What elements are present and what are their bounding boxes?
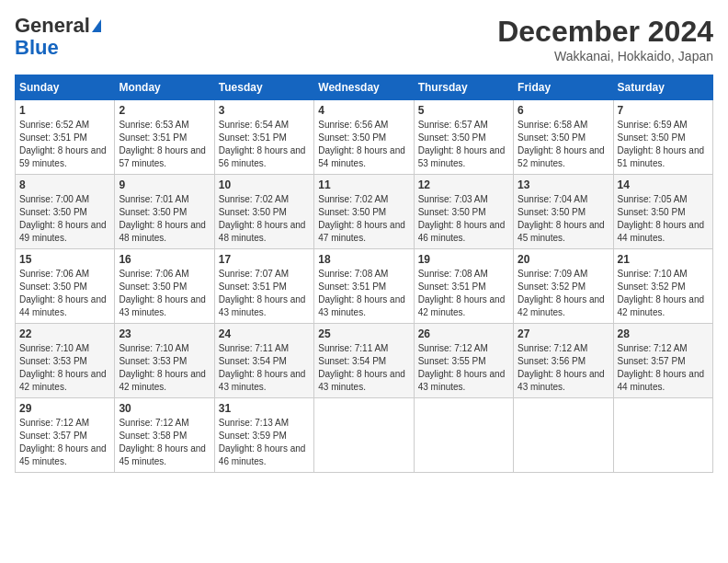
day-info: Sunrise: 6:53 AM Sunset: 3:51 PM Dayligh…	[119, 119, 210, 170]
daylight-label: Daylight: 8 hours and 42 minutes.	[418, 294, 506, 317]
sunset-label: Sunset: 3:50 PM	[618, 207, 686, 217]
sunset-label: Sunset: 3:54 PM	[318, 356, 386, 366]
day-info: Sunrise: 7:05 AM Sunset: 3:50 PM Dayligh…	[618, 193, 709, 245]
sunrise-label: Sunrise: 6:53 AM	[119, 120, 188, 130]
sunrise-label: Sunrise: 6:59 AM	[618, 120, 688, 130]
day-number: 22	[19, 327, 110, 340]
daylight-label: Daylight: 8 hours and 51 minutes.	[618, 145, 705, 168]
sunset-label: Sunset: 3:57 PM	[19, 431, 87, 441]
calendar-cell: 27 Sunrise: 7:12 AM Sunset: 3:56 PM Dayl…	[514, 324, 613, 398]
calendar-cell	[613, 398, 712, 473]
day-info: Sunrise: 7:12 AM Sunset: 3:55 PM Dayligh…	[418, 342, 509, 394]
sunset-label: Sunset: 3:51 PM	[418, 282, 486, 292]
day-info: Sunrise: 7:11 AM Sunset: 3:54 PM Dayligh…	[318, 342, 409, 394]
day-number: 2	[119, 104, 210, 117]
sunrise-label: Sunrise: 6:58 AM	[518, 120, 587, 130]
sunset-label: Sunset: 3:51 PM	[219, 282, 287, 292]
day-info: Sunrise: 6:58 AM Sunset: 3:50 PM Dayligh…	[518, 119, 609, 170]
sunset-label: Sunset: 3:50 PM	[418, 132, 486, 143]
daylight-label: Daylight: 8 hours and 43 minutes.	[219, 294, 306, 317]
daylight-label: Daylight: 8 hours and 48 minutes.	[119, 220, 206, 243]
calendar-cell: 25 Sunrise: 7:11 AM Sunset: 3:54 PM Dayl…	[314, 324, 414, 398]
sunrise-label: Sunrise: 7:12 AM	[518, 343, 587, 353]
daylight-label: Daylight: 8 hours and 56 minutes.	[219, 145, 306, 168]
day-info: Sunrise: 7:00 AM Sunset: 3:50 PM Dayligh…	[19, 193, 110, 245]
daylight-label: Daylight: 8 hours and 42 minutes.	[19, 369, 107, 392]
daylight-label: Daylight: 8 hours and 44 minutes.	[19, 294, 107, 317]
calendar-cell: 22 Sunrise: 7:10 AM Sunset: 3:53 PM Dayl…	[16, 324, 115, 398]
calendar-cell: 21 Sunrise: 7:10 AM Sunset: 3:52 PM Dayl…	[613, 249, 712, 324]
daylight-label: Daylight: 8 hours and 45 minutes.	[518, 220, 605, 243]
header-saturday: Saturday	[613, 75, 712, 100]
daylight-label: Daylight: 8 hours and 43 minutes.	[219, 369, 306, 392]
sunrise-label: Sunrise: 7:11 AM	[318, 343, 388, 353]
daylight-label: Daylight: 8 hours and 45 minutes.	[119, 443, 206, 466]
calendar-cell: 6 Sunrise: 6:58 AM Sunset: 3:50 PM Dayli…	[514, 100, 613, 175]
calendar-cell	[414, 398, 513, 473]
sunset-label: Sunset: 3:50 PM	[119, 282, 187, 292]
sunset-label: Sunset: 3:57 PM	[618, 356, 686, 366]
day-info: Sunrise: 7:02 AM Sunset: 3:50 PM Dayligh…	[219, 193, 310, 245]
weekday-header-row: Sunday Monday Tuesday Wednesday Thursday…	[16, 75, 713, 100]
day-number: 5	[418, 104, 509, 117]
page-header: General Blue December 2024 Wakkanai, Hok…	[15, 15, 713, 63]
sunrise-label: Sunrise: 7:08 AM	[418, 269, 488, 279]
day-info: Sunrise: 7:06 AM Sunset: 3:50 PM Dayligh…	[119, 268, 210, 319]
day-number: 23	[119, 327, 210, 340]
sunset-label: Sunset: 3:56 PM	[518, 356, 586, 366]
day-number: 3	[219, 104, 310, 117]
day-info: Sunrise: 7:01 AM Sunset: 3:50 PM Dayligh…	[119, 193, 210, 245]
daylight-label: Daylight: 8 hours and 43 minutes.	[318, 369, 405, 392]
calendar-cell: 20 Sunrise: 7:09 AM Sunset: 3:52 PM Dayl…	[514, 249, 613, 324]
calendar-cell: 29 Sunrise: 7:12 AM Sunset: 3:57 PM Dayl…	[16, 398, 115, 473]
sunrise-label: Sunrise: 7:12 AM	[418, 343, 488, 353]
day-number: 25	[318, 327, 409, 340]
calendar-cell: 15 Sunrise: 7:06 AM Sunset: 3:50 PM Dayl…	[16, 249, 115, 324]
sunrise-label: Sunrise: 7:05 AM	[618, 194, 688, 204]
calendar-cell: 11 Sunrise: 7:02 AM Sunset: 3:50 PM Dayl…	[314, 175, 414, 249]
day-info: Sunrise: 7:12 AM Sunset: 3:56 PM Dayligh…	[518, 342, 609, 394]
sunset-label: Sunset: 3:50 PM	[318, 207, 386, 217]
day-number: 31	[219, 402, 310, 415]
day-info: Sunrise: 6:52 AM Sunset: 3:51 PM Dayligh…	[19, 119, 110, 170]
day-number: 14	[618, 178, 709, 191]
sunrise-label: Sunrise: 6:56 AM	[318, 120, 388, 130]
calendar-cell	[314, 398, 414, 473]
calendar-cell: 1 Sunrise: 6:52 AM Sunset: 3:51 PM Dayli…	[16, 100, 115, 175]
day-number: 20	[518, 253, 609, 266]
sunrise-label: Sunrise: 7:09 AM	[518, 269, 587, 279]
calendar-week-row: 15 Sunrise: 7:06 AM Sunset: 3:50 PM Dayl…	[16, 249, 713, 324]
daylight-label: Daylight: 8 hours and 57 minutes.	[119, 145, 206, 168]
sunrise-label: Sunrise: 7:06 AM	[19, 269, 89, 279]
day-info: Sunrise: 6:54 AM Sunset: 3:51 PM Dayligh…	[219, 119, 310, 170]
sunset-label: Sunset: 3:58 PM	[119, 431, 187, 441]
day-number: 16	[119, 253, 210, 266]
daylight-label: Daylight: 8 hours and 43 minutes.	[418, 369, 506, 392]
day-info: Sunrise: 7:10 AM Sunset: 3:53 PM Dayligh…	[19, 342, 110, 394]
day-number: 8	[19, 178, 110, 191]
sunset-label: Sunset: 3:50 PM	[119, 207, 187, 217]
calendar-week-row: 8 Sunrise: 7:00 AM Sunset: 3:50 PM Dayli…	[16, 175, 713, 249]
day-info: Sunrise: 7:10 AM Sunset: 3:53 PM Dayligh…	[119, 342, 210, 394]
sunset-label: Sunset: 3:51 PM	[19, 132, 87, 143]
logo: General Blue	[15, 15, 101, 59]
sunset-label: Sunset: 3:50 PM	[518, 132, 586, 143]
sunrise-label: Sunrise: 7:00 AM	[19, 194, 89, 204]
sunrise-label: Sunrise: 6:57 AM	[418, 120, 488, 130]
day-info: Sunrise: 7:12 AM Sunset: 3:57 PM Dayligh…	[19, 417, 110, 468]
daylight-label: Daylight: 8 hours and 45 minutes.	[19, 443, 107, 466]
sunset-label: Sunset: 3:50 PM	[518, 207, 586, 217]
calendar-cell: 2 Sunrise: 6:53 AM Sunset: 3:51 PM Dayli…	[115, 100, 214, 175]
daylight-label: Daylight: 8 hours and 43 minutes.	[518, 369, 605, 392]
calendar-cell: 8 Sunrise: 7:00 AM Sunset: 3:50 PM Dayli…	[16, 175, 115, 249]
day-info: Sunrise: 7:12 AM Sunset: 3:58 PM Dayligh…	[119, 417, 210, 468]
sunrise-label: Sunrise: 7:10 AM	[618, 269, 688, 279]
daylight-label: Daylight: 8 hours and 48 minutes.	[219, 220, 306, 243]
calendar-cell: 4 Sunrise: 6:56 AM Sunset: 3:50 PM Dayli…	[314, 100, 414, 175]
day-number: 29	[19, 402, 110, 415]
sunset-label: Sunset: 3:59 PM	[219, 431, 287, 441]
day-info: Sunrise: 7:04 AM Sunset: 3:50 PM Dayligh…	[518, 193, 609, 245]
day-number: 1	[19, 104, 110, 117]
day-number: 18	[318, 253, 409, 266]
sunset-label: Sunset: 3:53 PM	[119, 356, 187, 366]
